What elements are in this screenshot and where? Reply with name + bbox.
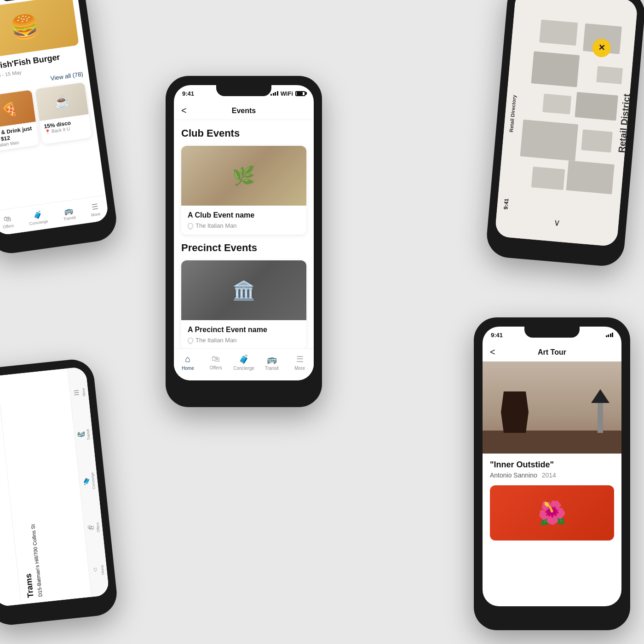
events-screen: 9:41 WiFi < Events Club Events — [174, 85, 314, 380]
status-time: 9:41 — [182, 90, 194, 97]
map-block-4 — [520, 120, 579, 161]
concierge-icon: 🧳 — [239, 354, 249, 364]
art-header: < Art Tour — [483, 343, 621, 362]
food-tab-more[interactable]: ☰ More — [89, 202, 101, 218]
home-icon: ⌂ — [185, 354, 190, 364]
tab-home[interactable]: ⌂ Home — [174, 354, 202, 371]
food-tab-transit[interactable]: 🚌 Transit — [62, 205, 76, 221]
notch-art — [524, 327, 580, 338]
map-block-1 — [539, 19, 578, 46]
tab-more[interactable]: ☰ More — [286, 354, 314, 371]
food-tab-concierge[interactable]: 🧳 Concierge — [28, 209, 48, 226]
art-signal-icon — [606, 333, 614, 337]
notch — [216, 85, 271, 96]
artwork-year: 2014 — [542, 472, 556, 479]
art-artist-info: Antonio Sannino 2014 — [490, 472, 614, 479]
map-block-5 — [531, 167, 565, 190]
more-icon-food: ☰ — [91, 202, 99, 212]
wifi-icon: WiFi — [281, 90, 293, 97]
food-tab-concierge-label: Concierge — [29, 218, 48, 226]
transit-transit-label: Transit — [86, 429, 91, 440]
precinct-event-image — [181, 260, 306, 320]
club-event-card[interactable]: A Club Event name The Italian Man — [181, 146, 306, 235]
tab-home-label: Home — [182, 366, 194, 371]
art-screen: 9:41 < Art Tour "Inner — [483, 327, 621, 606]
tab-transit[interactable]: 🚌 Transit — [258, 354, 286, 371]
offers-icon: 🛍 — [212, 354, 220, 364]
offers-icon-t: 🛍 — [87, 524, 95, 532]
precinct-event-name: A Precinct Event name — [188, 326, 300, 334]
precinct-event-photo — [181, 260, 306, 320]
tab-concierge-label: Concierge — [233, 366, 254, 371]
transit-tab-transit[interactable]: 🚌 Transit — [77, 429, 91, 441]
more-icon: ☰ — [296, 354, 304, 364]
events-header: < Events — [174, 102, 314, 120]
precinct-events-title: Precinct Events — [181, 242, 306, 254]
map-block-7 — [596, 66, 623, 85]
art-screen-title: Art Tour — [538, 348, 566, 356]
battery-icon — [295, 91, 305, 96]
art-back-button[interactable]: < — [490, 347, 495, 357]
transit-tab-home[interactable]: ⌂ Home — [91, 564, 105, 575]
map-label-retail-directory: Retail Directory — [508, 95, 517, 132]
food-card-1[interactable]: 🍕 zza & Drink just for $12 e Italian Man — [0, 90, 39, 152]
food-tab-transit-label: Transit — [63, 215, 76, 221]
offers-icon-food: 🛍 — [3, 214, 12, 224]
art-table — [483, 431, 621, 454]
phone-events: 9:41 WiFi < Events Club Events — [166, 76, 322, 407]
art-status-time: 9:41 — [491, 332, 503, 339]
food-tab-more-label: More — [91, 211, 101, 217]
map-block-3 — [542, 94, 571, 115]
club-event-name: A Club Event name — [188, 211, 300, 219]
food-card-2[interactable]: ☕ 15% disco 📍 Back It U — [35, 82, 92, 144]
transit-inner: 8:45 PM 75 8:47 PM Trams D15-Batman's H — [0, 366, 109, 607]
transit-more-label: More — [81, 388, 86, 397]
phone-food: 🍔 ous Fish'Fish Burger 📅 6 Feb - 15 May … — [0, 0, 119, 256]
tab-transit-label: Transit — [265, 366, 279, 371]
club-event-info: A Club Event name The Italian Man — [181, 206, 306, 235]
art-status-icons — [606, 333, 614, 337]
map-block-2 — [531, 51, 580, 87]
map-block-8 — [575, 92, 618, 121]
club-event-venue: The Italian Man — [188, 222, 300, 229]
transit-tab-offers[interactable]: 🛍 Offers — [86, 522, 100, 533]
concierge-icon-food: 🧳 — [32, 210, 42, 220]
phone-transit: 8:45 PM 75 8:47 PM Trams D15-Batman's H — [0, 357, 119, 627]
art-hero-image — [483, 362, 621, 454]
club-events-title: Club Events — [181, 127, 306, 139]
precinct-event-info: A Precinct Event name The Italian Man — [181, 320, 306, 349]
artwork-name: "Inner Outstide" — [490, 460, 614, 470]
club-event-image — [181, 146, 306, 206]
transit-icon-food: 🚌 — [63, 206, 74, 216]
art-preview-image[interactable]: 🌺 — [490, 485, 614, 540]
map-grid: ✕ Retail Directory Retail District 9:41 … — [494, 0, 638, 247]
food-tab-bar: 🛍 Offers 🧳 Concierge 🚌 Transit ☰ More — [0, 195, 109, 236]
map-screen: ✕ Retail Directory Retail District 9:41 … — [494, 0, 638, 247]
events-content[interactable]: Club Events A Club Event name The Italia… — [174, 120, 314, 374]
art-chair — [501, 391, 529, 433]
club-event-photo — [181, 146, 306, 206]
back-button[interactable]: < — [181, 105, 187, 116]
tab-offers[interactable]: 🛍 Offers — [202, 354, 230, 370]
precinct-event-venue: The Italian Man — [188, 337, 300, 344]
signal-icon — [270, 91, 278, 96]
food-card-1-info: zza & Drink just for $12 e Italian Man — [0, 121, 39, 152]
location-icon-food: 📍 — [45, 129, 51, 135]
precinct-event-card[interactable]: A Precinct Event name The Italian Man — [181, 260, 306, 349]
tab-concierge[interactable]: 🧳 Concierge — [230, 354, 258, 371]
phone-art: 9:41 < Art Tour "Inner — [474, 317, 630, 630]
artist-name: Antonio Sannino — [490, 472, 537, 479]
view-all-link[interactable]: View all (78) — [50, 70, 84, 82]
transit-home-label: Home — [100, 564, 105, 575]
tab-offers-label: Offers — [210, 365, 222, 370]
art-lamp-shade — [591, 389, 610, 403]
map-block-9 — [581, 129, 613, 152]
tab-bar: ⌂ Home 🛍 Offers 🧳 Concierge 🚌 Transit ☰ … — [174, 348, 314, 380]
location-pin-icon — [187, 222, 195, 230]
tab-more-label: More — [294, 366, 305, 371]
food-tab-offers[interactable]: 🛍 Offers — [1, 214, 14, 230]
map-content: ✕ Retail Directory Retail District 9:41 … — [494, 0, 638, 247]
transit-tab-more[interactable]: ☰ More — [72, 388, 86, 397]
transit-tab-concierge[interactable]: 🧳 Concierge — [81, 472, 96, 490]
chevron-down-icon[interactable]: ∨ — [553, 217, 561, 228]
